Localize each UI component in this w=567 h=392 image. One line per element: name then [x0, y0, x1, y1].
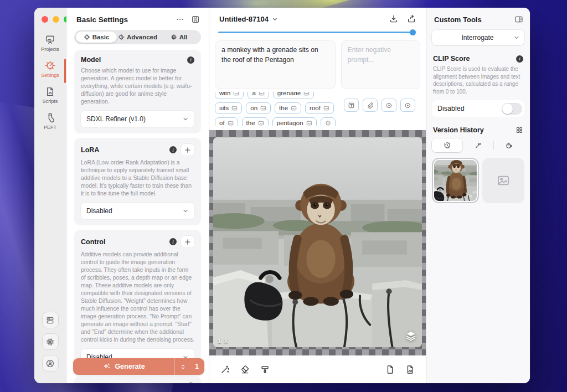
paint-roller-icon[interactable]	[260, 365, 270, 374]
generated-image	[213, 137, 422, 347]
token-chip[interactable]: pentagon	[272, 117, 317, 126]
save-icon	[191, 15, 200, 24]
tool-select[interactable]: Interrogate	[432, 30, 524, 45]
grid-icon[interactable]	[516, 126, 523, 134]
token-text: the	[279, 104, 288, 112]
chip-icon	[45, 337, 55, 347]
token-chip[interactable]: sits	[215, 102, 242, 114]
add-lora-button[interactable]	[181, 144, 194, 156]
settings-tabs: Basic Advanced All	[74, 30, 201, 44]
chevron-down-icon	[272, 16, 278, 22]
rail-bottom-buttons	[42, 312, 59, 376]
slider-handle[interactable]	[410, 29, 416, 35]
key-segment[interactable]	[462, 138, 493, 152]
history-segment[interactable]	[432, 138, 462, 152]
token-chip[interactable]: roof	[305, 102, 334, 114]
token-chip[interactable]: grenade	[273, 92, 314, 99]
focus-button[interactable]	[382, 99, 396, 112]
server-icon	[45, 316, 55, 325]
new-page-icon[interactable]	[385, 365, 395, 374]
card-title: Strength	[81, 382, 183, 383]
clip-score-toggle[interactable]	[502, 103, 522, 115]
panel-toggle-icon[interactable]	[514, 15, 523, 24]
compute-button[interactable]	[42, 333, 59, 350]
sidebar-item-peft[interactable]: PEFT	[34, 112, 66, 130]
document-title: Untitled-87104	[219, 15, 269, 23]
token-chip[interactable]: of	[215, 117, 238, 126]
image-page-icon[interactable]	[405, 365, 415, 374]
sidebar-item-label: PEFT	[44, 125, 56, 130]
scripts-icon: JS	[45, 86, 55, 97]
server-button[interactable]	[42, 312, 59, 328]
selected-value: Disabled	[86, 207, 182, 215]
negative-prompt-input[interactable]: Enter negative prompt...	[341, 40, 420, 89]
cup-segment[interactable]	[494, 138, 524, 152]
tab-advanced[interactable]: Advanced	[117, 32, 158, 43]
download-icon[interactable]	[389, 14, 398, 23]
info-icon[interactable]: i	[187, 383, 194, 384]
account-button[interactable]	[42, 355, 59, 372]
version-thumbnail-selected[interactable]	[432, 158, 479, 203]
info-icon[interactable]: i	[169, 238, 177, 245]
cup-icon	[505, 142, 513, 149]
tokenize-button[interactable]	[344, 99, 359, 112]
info-icon[interactable]: i	[516, 55, 523, 63]
toggle-state-label: Disabled	[437, 105, 465, 112]
add-control-button[interactable]	[181, 236, 194, 247]
document-title-menu[interactable]: Untitled-87104	[219, 15, 278, 23]
target-button[interactable]	[400, 99, 415, 112]
prompt-input[interactable]: a monkey with a grenade sits on the roof…	[215, 40, 336, 89]
batch-count-value: 1	[195, 363, 199, 370]
lora-select[interactable]: Disabled	[81, 203, 194, 219]
version-thumbnail-placeholder[interactable]	[482, 158, 525, 203]
document-header: Untitled-87104	[209, 8, 426, 26]
minimize-window-button[interactable]	[53, 16, 59, 23]
sidebar-item-projects[interactable]: Projects	[34, 34, 66, 52]
info-icon[interactable]: i	[169, 146, 177, 153]
history-icon	[444, 142, 451, 149]
token-text: sits	[219, 104, 229, 112]
info-icon[interactable]: i	[187, 56, 194, 64]
strength-slider[interactable]	[218, 30, 416, 35]
token-chip[interactable]: the	[242, 117, 269, 126]
attach-button[interactable]	[363, 99, 378, 112]
token-adjust-icon	[228, 120, 234, 126]
settings-icon	[45, 60, 55, 71]
token-chip[interactable]: on	[246, 102, 271, 114]
card-title: Model	[81, 56, 183, 64]
card-description: Choose which model to use for image gene…	[81, 67, 194, 106]
settings-header: Basic Settings	[66, 8, 209, 28]
token-chip[interactable]: with	[215, 92, 244, 99]
token-chip[interactable]: the	[275, 102, 301, 114]
panel-title: Custom Tools	[434, 16, 514, 24]
sidebar-item-scripts[interactable]: JS Scripts	[34, 86, 66, 104]
token-chip[interactable]: a	[248, 92, 269, 99]
magic-wand-icon[interactable]	[220, 365, 230, 374]
token-add-chip[interactable]	[321, 117, 336, 126]
clip-score-header: CLIP Score i	[432, 55, 524, 63]
negative-prompt-tools	[344, 92, 420, 126]
more-button[interactable]	[176, 15, 184, 24]
tab-all[interactable]: All	[158, 32, 199, 43]
layers-button[interactable]	[405, 330, 417, 344]
generate-button[interactable]: Generate	[73, 363, 174, 371]
share-icon[interactable]	[407, 14, 416, 23]
tab-label: All	[179, 34, 188, 40]
token-text: roof	[310, 104, 321, 112]
tab-basic[interactable]: Basic	[76, 32, 117, 43]
image-canvas[interactable]: 1 X	[209, 130, 426, 355]
save-settings-button[interactable]	[191, 15, 200, 24]
plus-icon	[184, 239, 191, 245]
clip-score-toggle-row: Disabled	[432, 100, 524, 117]
sidebar-item-settings[interactable]: Settings	[34, 60, 66, 78]
custom-tools-panel: Custom Tools Interrogate CLIP Score i CL…	[426, 8, 530, 383]
batch-count-stepper[interactable]: 1	[174, 358, 204, 375]
chevron-down-icon	[182, 116, 189, 122]
canvas-toolbar	[209, 355, 426, 383]
eraser-icon[interactable]	[240, 365, 250, 374]
strength-card: Strength i When generating from an image…	[74, 376, 201, 383]
model-select[interactable]: SDXL Refiner (v1.0)	[81, 111, 194, 127]
version-history-header: Version History	[432, 126, 524, 134]
close-window-button[interactable]	[42, 16, 48, 23]
token-adjust-icon	[260, 105, 266, 111]
